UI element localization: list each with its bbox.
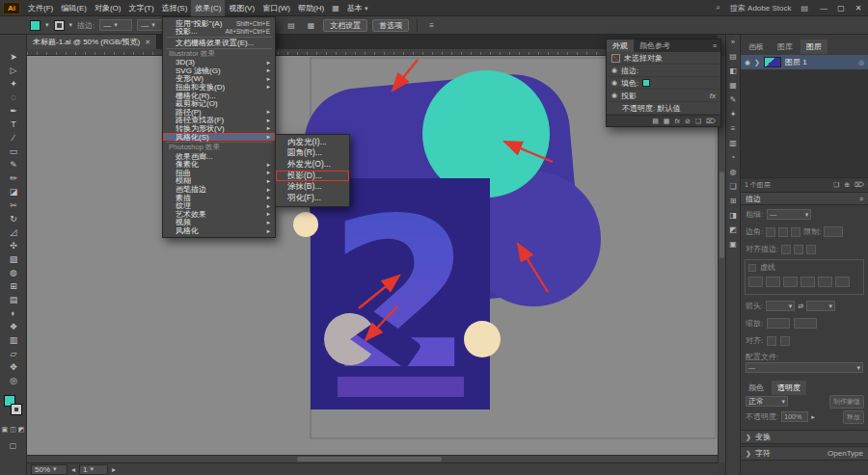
visibility-eye-icon[interactable]: ◉: [611, 92, 617, 99]
panel-icon-swatches[interactable]: ▦: [726, 78, 740, 92]
menu-item-document-raster-settings[interactable]: 文档栅格效果设置(E)...: [163, 39, 275, 47]
draw-behind-icon[interactable]: ◫: [10, 426, 16, 434]
fill-attribute-row[interactable]: ◉ 填色:: [607, 77, 720, 90]
collapse-panels-icon[interactable]: »: [726, 35, 740, 49]
draw-normal-icon[interactable]: ▣: [2, 426, 9, 434]
swap-arrows-icon[interactable]: ⇄: [798, 303, 803, 310]
clear-appearance-icon[interactable]: ⊘: [685, 118, 691, 125]
hand-tool[interactable]: ✥: [0, 360, 27, 374]
scale-tool[interactable]: ◿: [0, 225, 27, 239]
scale-end-field[interactable]: [794, 318, 817, 329]
new-layer-icon[interactable]: ⊕: [844, 181, 850, 189]
visibility-eye-icon[interactable]: ◉: [745, 59, 750, 66]
panel-icon-gradient[interactable]: ▥: [726, 136, 740, 150]
scissors-tool[interactable]: ✂: [0, 198, 27, 212]
type-tool[interactable]: T: [0, 118, 27, 131]
panel-icon-brushes[interactable]: ✎: [726, 92, 740, 107]
gap-field[interactable]: [800, 277, 815, 287]
layer-target-icon[interactable]: ◎: [858, 59, 864, 66]
menu-type[interactable]: 文字(T): [124, 0, 157, 16]
fill-color-control[interactable]: [30, 20, 41, 31]
limit-field[interactable]: [824, 226, 843, 237]
lasso-tool[interactable]: ◌: [0, 91, 27, 104]
draw-inside-icon[interactable]: ◩: [18, 426, 25, 434]
opacity-value-field[interactable]: 100%: [781, 411, 808, 422]
stroke-color-swatch[interactable]: [11, 404, 22, 415]
artboard-tool[interactable]: ▱: [0, 347, 27, 360]
new-fill-icon[interactable]: ▦: [664, 118, 670, 125]
scrollbar-thumb[interactable]: [719, 172, 724, 258]
menu-file[interactable]: 文件(F): [24, 0, 57, 16]
tab-artboards[interactable]: 画板: [743, 40, 770, 54]
submenu-item-inner-glow[interactable]: 内发光(I)...: [276, 137, 349, 148]
opacity-attribute-row[interactable]: 不透明度: 默认值: [607, 102, 720, 115]
duplicate-item-icon[interactable]: ❏: [695, 118, 701, 125]
gap-field[interactable]: [766, 277, 780, 287]
delete-item-icon[interactable]: ⌦: [706, 118, 716, 125]
blend-tool[interactable]: ❖: [0, 320, 27, 333]
new-stroke-icon[interactable]: ▤: [652, 118, 659, 125]
grid-icon[interactable]: ▦: [328, 4, 343, 13]
panel-icon-libraries[interactable]: ▣: [726, 237, 740, 251]
pencil-tool[interactable]: ✏: [0, 172, 27, 185]
tab-transparency[interactable]: 透明度: [772, 381, 806, 395]
layers-list-body[interactable]: [741, 69, 868, 177]
dash-field[interactable]: [783, 277, 798, 287]
panel-icon-transparency[interactable]: ◔: [726, 150, 740, 165]
panel-icon-stroke[interactable]: ≡: [726, 121, 740, 136]
panel-icon-asset-export[interactable]: ◩: [726, 223, 740, 237]
stroke-color-control[interactable]: [54, 20, 65, 31]
cream-circle-small[interactable]: [293, 212, 318, 237]
blend-mode-dropdown[interactable]: 正常 ▾: [746, 396, 788, 407]
submenu-item-feather[interactable]: 羽化(F)...: [276, 193, 349, 204]
distribute-icon[interactable]: ▦: [304, 21, 319, 30]
menu-item-stylize[interactable]: 风格化(S)▸: [163, 133, 275, 142]
window-maximize-button[interactable]: ▢: [835, 4, 847, 13]
align-tip-button[interactable]: [767, 336, 776, 346]
align-inside-button[interactable]: [794, 245, 803, 254]
panel-icon-color[interactable]: ▤: [726, 49, 740, 64]
scale-start-field[interactable]: [767, 318, 790, 329]
add-effect-fx-icon[interactable]: fx: [674, 118, 679, 124]
submenu-item-outer-glow[interactable]: 外发光(O)...: [276, 159, 349, 171]
menu-edit[interactable]: 编辑(E): [57, 0, 91, 16]
menu-window[interactable]: 窗口(W): [258, 0, 294, 16]
align-end-button[interactable]: [780, 336, 790, 346]
submenu-item-round-corners[interactable]: 圆角(R)...: [276, 148, 349, 160]
menu-item-stylize-ps[interactable]: 风格化▸: [163, 226, 275, 235]
eyedropper-tool[interactable]: ◐: [0, 306, 27, 320]
horizontal-scrollbar[interactable]: [27, 455, 718, 462]
line-segment-tool[interactable]: ∕: [0, 131, 27, 145]
screen-mode-icon[interactable]: ▢: [0, 441, 26, 450]
tab-color[interactable]: 颜色: [743, 381, 770, 395]
window-close-button[interactable]: ✕: [853, 4, 864, 13]
gap-field[interactable]: [835, 277, 850, 287]
fill-color-swatch[interactable]: [642, 79, 650, 87]
chevron-down-icon[interactable]: ▾: [45, 21, 49, 29]
arrow-end-dropdown[interactable]: ▾: [806, 301, 835, 311]
character-panel-header[interactable]: ❯ 字符 OpenType: [741, 446, 868, 461]
tab-layers[interactable]: 图层: [800, 40, 827, 54]
new-sublayer-icon[interactable]: ❏: [833, 181, 839, 189]
menu-object[interactable]: 对象(O): [91, 0, 125, 16]
submenu-item-drop-shadow[interactable]: 投影(D)...: [276, 171, 349, 182]
chevron-right-icon[interactable]: ▸: [811, 413, 815, 421]
rotate-tool[interactable]: ↻: [0, 212, 27, 225]
search-icon[interactable]: ⌕: [712, 3, 723, 13]
miter-join-button[interactable]: [766, 227, 775, 237]
menu-view[interactable]: 视图(V): [225, 0, 258, 16]
layer-thumbnail[interactable]: [764, 57, 781, 67]
stroke-attribute-row[interactable]: ◉ 描边:: [607, 65, 720, 77]
dash-field[interactable]: [818, 277, 832, 287]
dashed-line-checkbox[interactable]: [748, 264, 756, 272]
drop-shadow-attribute-row[interactable]: ◉ 投影 fx: [607, 90, 720, 102]
delete-layer-icon[interactable]: ⌦: [854, 181, 864, 189]
artboard-nav-dropdown[interactable]: 1 ▾: [79, 464, 108, 475]
arrow-start-dropdown[interactable]: ▾: [766, 301, 795, 311]
preferences-button[interactable]: 首选项: [372, 19, 409, 32]
align-center-button[interactable]: [781, 245, 791, 254]
workspace-switcher[interactable]: 基本 ▾: [343, 0, 372, 16]
window-minimize-button[interactable]: —: [818, 4, 829, 13]
panel-icon-pathfinder[interactable]: ◨: [726, 208, 740, 223]
scrollbar-thumb[interactable]: [297, 457, 442, 462]
